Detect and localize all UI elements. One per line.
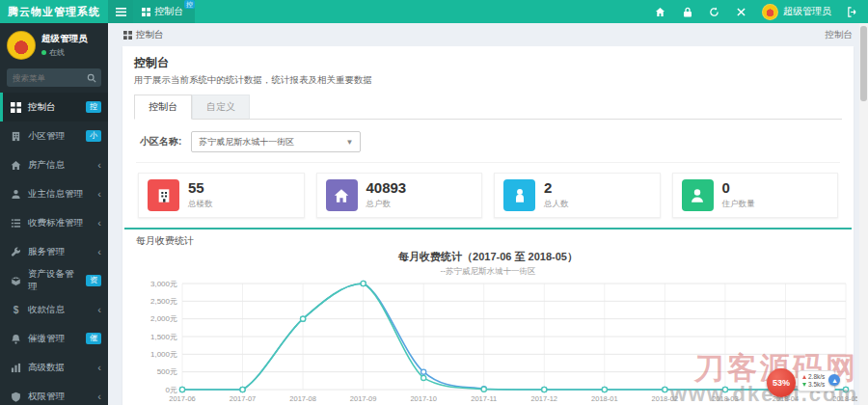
cube-icon	[11, 276, 22, 286]
line-chart[interactable]: 0元500元1,000元1,500元2,000元2,500元3,000元2017…	[136, 278, 840, 405]
sidebar-item-label: 催缴管理	[28, 333, 65, 345]
sidebar-item-label: 控制台	[28, 101, 56, 114]
sidebar-item-badge: 催	[86, 333, 101, 344]
fullscreen-close-icon[interactable]	[735, 6, 747, 18]
svg-text:$: $	[14, 305, 19, 315]
sidebar-item-label: 收款信息	[28, 304, 65, 316]
sidebar-item-label: 业主信息管理	[28, 188, 83, 201]
chart-subtitle: --苏宁威尼斯水城十一街区	[136, 266, 840, 278]
breadcrumb-dashboard-icon	[123, 31, 132, 40]
chevron-left-icon: ‹	[97, 218, 101, 229]
stat-card-3: 0住户数量	[672, 173, 839, 218]
community-filter-row: 小区名称: 苏宁威尼斯水城十一街区 ▼	[136, 129, 840, 162]
svg-text:2018-05: 2018-05	[832, 394, 857, 403]
sidebar-item-6[interactable]: 资产设备管理资	[0, 266, 108, 295]
breadcrumb-right: 控制台	[826, 29, 854, 41]
community-select-value: 苏宁威尼斯水城十一街区	[199, 136, 294, 148]
svg-text:2017-11: 2017-11	[471, 394, 497, 403]
chevron-down-icon: ▼	[345, 138, 353, 147]
sidebar-menu: 控制台控小区管理小房产信息‹业主信息管理‹收费标准管理‹服务管理‹资产设备管理资…	[0, 93, 108, 405]
shield-icon	[11, 392, 22, 402]
tab-0[interactable]: 控制台	[134, 94, 192, 120]
sidebar-item-5[interactable]: 服务管理‹	[0, 237, 108, 266]
sidebar-user-name: 超级管理员	[41, 33, 88, 45]
header-tab-label: 控制台	[154, 5, 183, 18]
console-panel: 控制台 用于展示当前系统中的统计数据，统计报表及相关重要数据 控制台自定义 小区…	[122, 46, 854, 405]
sidebar: 超级管理员 在线 控制台控小区管理小房产信息‹业主信息管理‹收费标准管理‹服务管…	[0, 23, 108, 405]
chevron-left-icon: ‹	[97, 160, 101, 171]
scrollbar-thumb[interactable]	[860, 26, 867, 101]
chevron-left-icon: ‹	[97, 392, 101, 402]
speed-widget: 53% 2.8k/s 3.5k/s ▲	[767, 368, 835, 397]
chart-icon	[11, 363, 22, 373]
svg-text:2018-01: 2018-01	[591, 394, 618, 403]
speed-ball[interactable]: 53%	[767, 368, 796, 397]
main-content: 控制台 控制台 控制台 用于展示当前系统中的统计数据，统计报表及相关重要数据 控…	[108, 23, 868, 405]
hamburger-icon	[116, 8, 126, 16]
header-tab-console[interactable]: 控制台 控	[133, 0, 195, 23]
search-button[interactable]	[82, 68, 101, 87]
sidebar-item-8[interactable]: 催缴管理催	[0, 324, 108, 353]
stat-label: 总楼数	[188, 199, 213, 210]
list-icon	[11, 218, 22, 229]
sidebar-search	[7, 68, 101, 87]
stat-card-1: 40893总户数	[316, 173, 483, 218]
sidebar-item-label: 资产设备管理	[28, 268, 80, 293]
page-description: 用于展示当前系统中的统计数据，统计报表及相关重要数据	[134, 74, 842, 87]
sidebar-user-avatar	[7, 31, 36, 60]
svg-text:1,000元: 1,000元	[150, 350, 177, 359]
sidebar-item-9[interactable]: 高级数据‹	[0, 353, 108, 382]
dashboard-icon	[142, 8, 150, 16]
upload-speed: 2.8k/s	[808, 373, 825, 381]
sidebar-item-badge: 控	[86, 101, 101, 113]
search-input[interactable]	[7, 73, 82, 83]
stat-label: 住户数量	[722, 199, 755, 210]
lock-icon[interactable]	[681, 6, 693, 18]
download-speed: 3.5k/s	[808, 381, 825, 389]
user-icon	[682, 179, 714, 211]
chevron-left-icon: ‹	[97, 247, 101, 257]
svg-text:2017-07: 2017-07	[230, 394, 257, 403]
svg-text:1,500元: 1,500元	[150, 333, 177, 341]
sidebar-item-3[interactable]: 业主信息管理‹	[0, 179, 108, 208]
building-icon	[11, 131, 22, 142]
sidebar-item-label: 收费标准管理	[28, 217, 83, 230]
person-icon	[503, 179, 535, 211]
logout-icon[interactable]	[846, 6, 858, 18]
sidebar-item-label: 高级数据	[28, 362, 65, 374]
sidebar-item-1[interactable]: 小区管理小	[0, 122, 108, 150]
user-avatar	[762, 4, 778, 20]
svg-text:2018-02: 2018-02	[652, 394, 679, 403]
tab-content: 小区名称: 苏宁威尼斯水城十一街区 ▼ 55总楼数40893总户数2总人数0住户…	[134, 120, 842, 405]
sidebar-item-2[interactable]: 房产信息‹	[0, 150, 108, 179]
sidebar-toggle-button[interactable]	[108, 0, 133, 23]
svg-text:2017-06: 2017-06	[169, 394, 196, 403]
tab-1[interactable]: 自定义	[192, 94, 250, 120]
sidebar-item-0[interactable]: 控制台控	[0, 93, 108, 122]
page-scrollbar[interactable]	[859, 23, 868, 405]
refresh-icon[interactable]	[708, 6, 720, 18]
header-actions: 超级管理员	[654, 4, 868, 20]
bell-icon	[11, 334, 22, 344]
download-icon	[802, 383, 806, 387]
svg-text:2,500元: 2,500元	[150, 297, 177, 306]
svg-text:2018-03: 2018-03	[712, 394, 739, 403]
search-icon	[87, 73, 96, 83]
sidebar-item-badge: 小	[86, 130, 101, 142]
panel-tabs: 控制台自定义	[134, 94, 842, 120]
sidebar-item-7[interactable]: $收款信息‹	[0, 295, 108, 324]
dashboard-icon	[11, 102, 22, 113]
breadcrumb: 控制台 控制台	[108, 23, 868, 46]
app-title: 腾云物业管理系统	[0, 5, 108, 19]
home-icon[interactable]	[654, 6, 666, 18]
sidebar-item-badge: 资	[86, 275, 101, 286]
stat-value: 40893	[366, 180, 407, 197]
sidebar-item-4[interactable]: 收费标准管理‹	[0, 208, 108, 237]
breadcrumb-current: 控制台	[136, 29, 164, 41]
svg-text:500元: 500元	[157, 367, 177, 376]
sidebar-item-10[interactable]: 权限管理‹	[0, 382, 108, 405]
community-select[interactable]: 苏宁威尼斯水城十一街区 ▼	[191, 131, 361, 152]
stats-row: 55总楼数40893总户数2总人数0住户数量	[136, 162, 840, 228]
speed-tooltip: 2.8k/s 3.5k/s ▲	[798, 370, 835, 392]
header-user-menu[interactable]: 超级管理员	[762, 4, 831, 20]
